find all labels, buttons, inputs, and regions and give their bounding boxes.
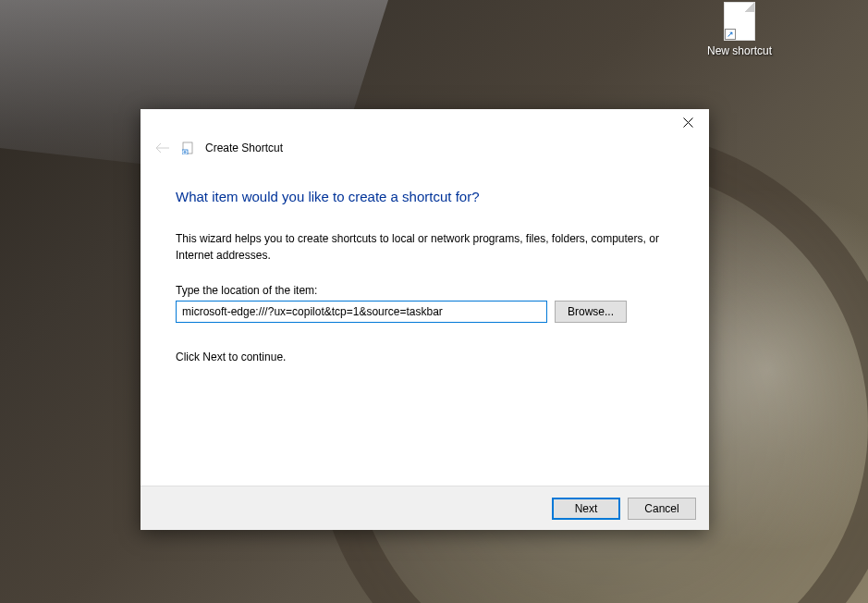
dialog-header: Create Shortcut <box>141 137 709 166</box>
shortcut-overlay-icon: ↗ <box>725 29 736 40</box>
continue-instruction: Click Next to continue. <box>176 351 674 363</box>
dialog-footer: Next Cancel <box>141 486 709 530</box>
browse-button[interactable]: Browse... <box>555 301 627 323</box>
wizard-description: This wizard helps you to create shortcut… <box>176 230 674 264</box>
close-button[interactable] <box>667 109 709 135</box>
back-button <box>153 139 172 157</box>
back-arrow-icon <box>155 142 170 154</box>
location-input-row: Browse... <box>176 301 674 323</box>
desktop-icon-label: New shortcut <box>703 44 776 57</box>
dialog-titlebar[interactable] <box>141 109 709 137</box>
dialog-title: Create Shortcut <box>205 142 283 154</box>
create-shortcut-dialog: Create Shortcut What item would you like… <box>141 109 709 530</box>
cancel-button[interactable]: Cancel <box>628 498 696 520</box>
desktop-shortcut-icon[interactable]: ↗ New shortcut <box>703 2 776 57</box>
file-icon: ↗ <box>724 2 755 41</box>
dialog-body: What item would you like to create a sho… <box>141 166 709 486</box>
next-button[interactable]: Next <box>552 498 620 520</box>
shortcut-wizard-icon <box>181 141 196 155</box>
location-input-label: Type the location of the item: <box>176 284 674 297</box>
wizard-heading: What item would you like to create a sho… <box>176 189 674 204</box>
close-icon <box>683 117 693 128</box>
location-input[interactable] <box>176 301 547 323</box>
